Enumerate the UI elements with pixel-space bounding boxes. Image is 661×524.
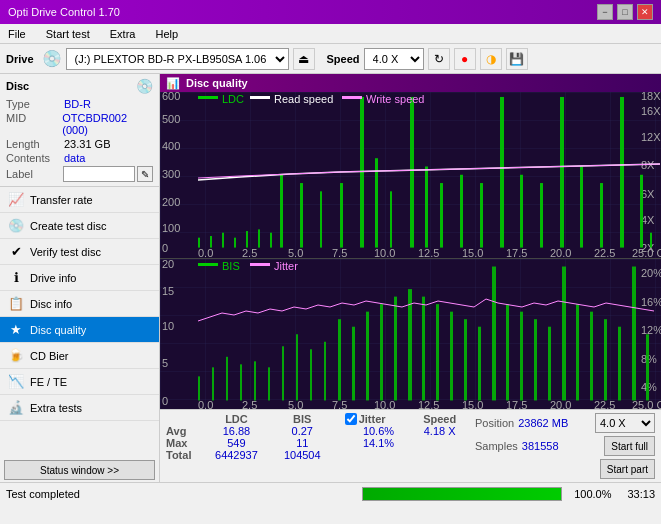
progress-bar-fill bbox=[363, 488, 561, 500]
sidebar-item-drive-info[interactable]: ℹ Drive info bbox=[0, 265, 159, 291]
chart1-svg: 0 100 200 300 400 500 600 2X 4X 6X 8X 12… bbox=[160, 92, 661, 258]
menu-extra[interactable]: Extra bbox=[106, 26, 140, 42]
create-test-disc-label: Create test disc bbox=[30, 220, 106, 232]
bis-max: 11 bbox=[272, 437, 333, 449]
svg-rect-36 bbox=[460, 175, 463, 248]
svg-rect-19 bbox=[198, 238, 200, 248]
jitter-legend-color bbox=[250, 263, 270, 266]
start-part-button[interactable]: Start part bbox=[600, 459, 655, 479]
speed-label: Speed bbox=[327, 53, 360, 65]
svg-rect-98 bbox=[576, 304, 579, 400]
svg-rect-25 bbox=[270, 233, 272, 248]
svg-rect-76 bbox=[268, 367, 270, 400]
svg-text:10.0: 10.0 bbox=[374, 247, 395, 257]
svg-rect-28 bbox=[320, 191, 322, 247]
speed-avg: 4.18 X bbox=[412, 425, 467, 437]
svg-rect-33 bbox=[410, 97, 414, 248]
menu-help[interactable]: Help bbox=[151, 26, 182, 42]
status-text: Test completed bbox=[6, 488, 354, 500]
svg-rect-97 bbox=[562, 266, 566, 400]
svg-rect-79 bbox=[310, 349, 312, 400]
svg-rect-26 bbox=[280, 175, 283, 248]
nav-menu: 📈 Transfer rate 💿 Create test disc ✔ Ver… bbox=[0, 187, 159, 458]
minimize-button[interactable]: − bbox=[597, 4, 613, 20]
svg-rect-72 bbox=[212, 367, 214, 400]
disc-info-icon: 📋 bbox=[8, 296, 24, 312]
title-bar: Opti Drive Control 1.70 − □ ✕ bbox=[0, 0, 661, 24]
refresh-button[interactable]: ↻ bbox=[428, 48, 450, 70]
sidebar-item-create-test-disc[interactable]: 💿 Create test disc bbox=[0, 213, 159, 239]
jitter-header: Jitter bbox=[359, 413, 386, 425]
start-full-button[interactable]: Start full bbox=[604, 436, 655, 456]
sidebar-item-disc-quality[interactable]: ★ Disc quality bbox=[0, 317, 159, 343]
read-speed-legend-color bbox=[250, 96, 270, 99]
progress-label: 100.0% bbox=[574, 488, 611, 500]
svg-text:12.5: 12.5 bbox=[418, 247, 439, 257]
cd-bier-label: CD Bier bbox=[30, 350, 69, 362]
ldc-header: LDC bbox=[201, 413, 272, 425]
burn-button[interactable]: ◑ bbox=[480, 48, 502, 70]
sidebar-item-cd-bier[interactable]: 🍺 CD Bier bbox=[0, 343, 159, 369]
sidebar-item-transfer-rate[interactable]: 📈 Transfer rate bbox=[0, 187, 159, 213]
bis-legend-color bbox=[198, 263, 218, 266]
speed-select[interactable]: 4.0 X Max 1.0 X 2.0 X 6.0 X 8.0 X bbox=[364, 48, 424, 70]
svg-text:20.0: 20.0 bbox=[550, 247, 571, 257]
chart2-svg: 0 5 10 15 20 4% 8% 12% 16% 20% bbox=[160, 259, 661, 409]
ldc-max: 549 bbox=[201, 437, 272, 449]
sidebar-item-extra-tests[interactable]: 🔬 Extra tests bbox=[0, 395, 159, 421]
status-bar: Test completed 100.0% 33:13 bbox=[0, 482, 661, 504]
position-label: Position bbox=[475, 417, 514, 429]
maximize-button[interactable]: □ bbox=[617, 4, 633, 20]
sidebar-item-fe-te[interactable]: 📉 FE / TE bbox=[0, 369, 159, 395]
svg-rect-38 bbox=[500, 97, 504, 248]
extra-tests-label: Extra tests bbox=[30, 402, 82, 414]
status-time: 33:13 bbox=[627, 488, 655, 500]
svg-text:12X: 12X bbox=[641, 131, 661, 143]
drive-label: Drive bbox=[6, 53, 34, 65]
svg-text:15: 15 bbox=[162, 285, 174, 297]
svg-rect-99 bbox=[590, 311, 593, 400]
svg-text:17.5: 17.5 bbox=[506, 247, 527, 257]
svg-rect-71 bbox=[198, 376, 200, 400]
fe-te-label: FE / TE bbox=[30, 376, 67, 388]
samples-value: 381558 bbox=[522, 440, 559, 452]
drive-icon: 💿 bbox=[42, 49, 62, 68]
sidebar-item-verify-test-disc[interactable]: ✔ Verify test disc bbox=[0, 239, 159, 265]
fe-te-icon: 📉 bbox=[8, 374, 24, 390]
svg-text:15.0: 15.0 bbox=[462, 399, 483, 409]
svg-text:400: 400 bbox=[162, 140, 180, 152]
speed-value-select[interactable]: 4.0 X bbox=[595, 413, 655, 433]
svg-rect-24 bbox=[258, 229, 260, 247]
jitter-avg: 10.6% bbox=[345, 425, 413, 437]
create-test-disc-icon: 💿 bbox=[8, 218, 24, 234]
type-label: Type bbox=[6, 98, 64, 110]
status-window-button[interactable]: Status window >> bbox=[4, 460, 155, 480]
label-edit-button[interactable]: ✎ bbox=[137, 166, 153, 182]
stats-panel: LDC BIS Jitter Speed bbox=[160, 409, 661, 482]
write-speed-legend-label: Write speed bbox=[366, 93, 425, 105]
svg-rect-23 bbox=[246, 231, 248, 248]
extra-tests-icon: 🔬 bbox=[8, 400, 24, 416]
svg-rect-103 bbox=[646, 334, 649, 400]
svg-text:7.5: 7.5 bbox=[332, 247, 347, 257]
label-input[interactable] bbox=[63, 166, 135, 182]
menu-file[interactable]: File bbox=[4, 26, 30, 42]
svg-rect-34 bbox=[425, 166, 428, 247]
svg-rect-75 bbox=[254, 361, 256, 400]
disc-icon: 💿 bbox=[136, 78, 153, 94]
close-button[interactable]: ✕ bbox=[637, 4, 653, 20]
record-button[interactable]: ● bbox=[454, 48, 476, 70]
svg-text:5: 5 bbox=[162, 357, 168, 369]
sidebar-item-disc-info[interactable]: 📋 Disc info bbox=[0, 291, 159, 317]
svg-rect-85 bbox=[394, 296, 397, 400]
svg-rect-87 bbox=[422, 296, 425, 400]
svg-text:600: 600 bbox=[162, 92, 180, 102]
eject-button[interactable]: ⏏ bbox=[293, 48, 315, 70]
drive-select[interactable]: (J:) PLEXTOR BD-R PX-LB950SA 1.06 bbox=[66, 48, 289, 70]
svg-text:25.0 GB: 25.0 GB bbox=[632, 247, 661, 257]
jitter-checkbox[interactable] bbox=[345, 413, 357, 425]
type-value: BD-R bbox=[64, 98, 91, 110]
drive-info-label: Drive info bbox=[30, 272, 76, 284]
save-button[interactable]: 💾 bbox=[506, 48, 528, 70]
menu-start-test[interactable]: Start test bbox=[42, 26, 94, 42]
